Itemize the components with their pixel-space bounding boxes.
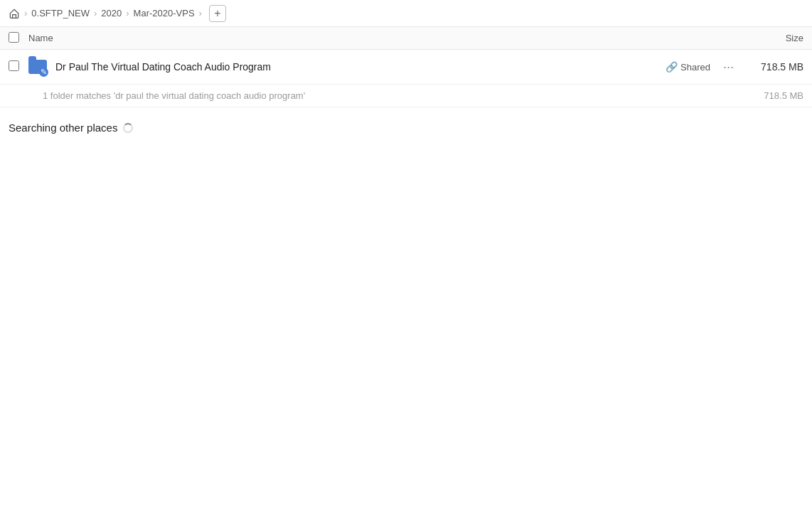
pencil-icon: ✎ — [39, 68, 48, 77]
row-checkbox[interactable] — [9, 60, 23, 73]
select-all-checkbox[interactable] — [9, 32, 23, 45]
home-breadcrumb[interactable] — [9, 8, 20, 19]
name-column-header: Name — [28, 33, 747, 43]
folder-icon: ✎ — [28, 57, 48, 77]
match-info-row: 1 folder matches 'dr paul the virtual da… — [0, 85, 812, 107]
select-all-input[interactable] — [9, 32, 19, 43]
shared-badge: 🔗 Shared — [666, 61, 710, 73]
breadcrumb-sftp[interactable]: 0.SFTP_NEW — [31, 8, 90, 18]
breadcrumb-mar2020[interactable]: Mar-2020-VPS — [134, 8, 195, 18]
searching-section: Searching other places — [0, 107, 812, 142]
breadcrumb-2020[interactable]: 2020 — [101, 8, 122, 18]
file-name-label: Dr Paul The Virtual Dating Coach Audio P… — [55, 61, 666, 73]
size-column-header: Size — [747, 33, 803, 43]
more-options-button[interactable]: ··· — [719, 58, 738, 76]
link-icon: 🔗 — [666, 61, 678, 73]
file-size: 718.5 MB — [747, 61, 803, 73]
breadcrumb-sep-4: › — [199, 8, 202, 18]
row-checkbox-input[interactable] — [9, 60, 19, 71]
loading-spinner — [123, 123, 133, 133]
file-row[interactable]: ✎ Dr Paul The Virtual Dating Coach Audio… — [0, 50, 812, 85]
breadcrumb-sep-2: › — [94, 8, 97, 18]
column-header: Name Size — [0, 27, 812, 50]
match-total-size: 718.5 MB — [764, 90, 803, 101]
breadcrumb-sep-3: › — [126, 8, 129, 18]
breadcrumb-bar: › 0.SFTP_NEW › 2020 › Mar-2020-VPS › + — [0, 0, 812, 27]
match-info-text: 1 folder matches 'dr paul the virtual da… — [43, 90, 305, 101]
searching-label: Searching other places — [9, 122, 117, 134]
add-breadcrumb-button[interactable]: + — [209, 5, 226, 22]
breadcrumb-sep-1: › — [24, 8, 27, 18]
